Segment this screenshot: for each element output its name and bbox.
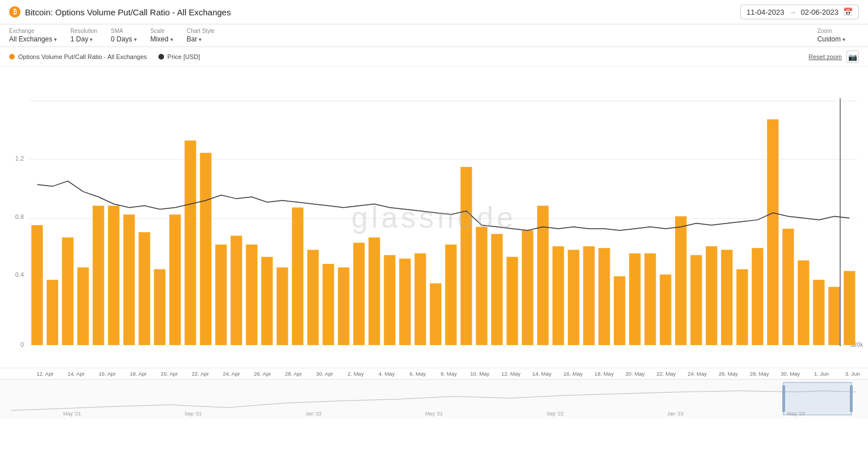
svg-text:0.8: 0.8 (15, 213, 24, 220)
bar (782, 229, 794, 345)
black-dot-icon (158, 54, 164, 60)
bar (752, 248, 763, 345)
svg-text:1.2: 1.2 (15, 155, 24, 162)
reset-zoom-area: Reset zoom 📷 (808, 51, 859, 63)
orange-dot-icon (9, 54, 15, 60)
x-axis-label: 1. Jun (806, 371, 837, 377)
legend-item-price: Price [USD] (158, 53, 200, 60)
x-axis-label: 28. May (744, 371, 775, 377)
bar (139, 232, 150, 345)
calendar-icon: 📅 (843, 7, 853, 16)
x-axis-label: 22. Apr (185, 371, 216, 377)
resolution-label: Resolution (70, 28, 97, 34)
bar (721, 250, 732, 345)
x-axis-label: 24. May (682, 371, 713, 377)
x-axis-label: 14. May (526, 371, 557, 377)
bar (261, 257, 272, 345)
bar (522, 230, 533, 345)
bar (169, 215, 181, 345)
mini-chart-label: Sep '22 (547, 411, 564, 417)
bar (828, 287, 840, 345)
x-axis-label: 18. May (589, 371, 620, 377)
scale-control[interactable]: Scale Mixed ▾ (150, 28, 173, 43)
bar (123, 215, 135, 345)
legend-bar: Options Volume Put/Call Ratio - All Exch… (0, 47, 868, 67)
bar (62, 237, 73, 345)
scale-chevron: ▾ (170, 36, 173, 43)
bar (154, 269, 165, 345)
exchange-chevron: ▾ (54, 36, 57, 43)
zoom-control[interactable]: Zoom Custom ▾ (817, 28, 845, 43)
camera-button[interactable]: 📷 (846, 51, 859, 63)
bar (77, 267, 89, 345)
bar (368, 237, 380, 345)
reset-zoom-button[interactable]: Reset zoom (808, 53, 842, 60)
mini-chart-label: Jan '22 (305, 411, 322, 417)
svg-rect-12 (850, 385, 853, 412)
mini-chart-label: May '23 (787, 411, 805, 417)
chart-style-control[interactable]: Chart Style Bar ▾ (187, 28, 215, 43)
bar (798, 260, 809, 345)
chart-style-value[interactable]: Bar ▾ (187, 35, 215, 43)
bar (690, 255, 702, 345)
bar (767, 119, 778, 345)
bar (598, 248, 610, 345)
bar (108, 206, 119, 345)
x-axis-label: 24. Apr (216, 371, 247, 377)
bar (430, 283, 441, 345)
x-axis-label: 16. May (557, 371, 589, 377)
svg-text:0: 0 (20, 341, 24, 348)
chart-svg: 1.2 0.8 0.4 0 $20k (0, 67, 868, 368)
zoom-label: Zoom (817, 28, 845, 34)
exchange-value[interactable]: All Exchanges ▾ (9, 35, 57, 43)
svg-rect-11 (782, 385, 785, 412)
x-axis-label: 8. May (433, 371, 464, 377)
x-axis-label: 14. Apr (61, 371, 92, 377)
date-range-picker[interactable]: 11-04-2023 → 02-06-2023 📅 (740, 5, 859, 19)
svg-rect-10 (783, 382, 852, 415)
bar (629, 253, 640, 345)
bar (338, 267, 349, 345)
scale-value[interactable]: Mixed ▾ (150, 35, 173, 43)
controls-bar: Exchange All Exchanges ▾ Resolution 1 Da… (0, 24, 868, 47)
title-area: ₿ Bitcoin: Options Volume Put/Call Ratio… (9, 6, 231, 18)
sma-control[interactable]: SMA 0 Days ▾ (111, 28, 136, 43)
bar (384, 255, 395, 345)
exchange-control[interactable]: Exchange All Exchanges ▾ (9, 28, 57, 43)
mini-chart-label: May '21 (63, 411, 81, 417)
resolution-value[interactable]: 1 Day ▾ (70, 35, 97, 43)
bar (445, 245, 456, 345)
resolution-control[interactable]: Resolution 1 Day ▾ (70, 28, 97, 43)
bar (660, 275, 671, 345)
date-arrow: → (789, 8, 796, 16)
bar (322, 264, 334, 345)
bar (200, 153, 211, 345)
x-axis-label: 12. Apr (30, 371, 61, 377)
zoom-value[interactable]: Custom ▾ (817, 35, 845, 43)
chart-style-label: Chart Style (187, 28, 215, 34)
x-axis-label: 12. May (496, 371, 527, 377)
sma-value[interactable]: 0 Days ▾ (111, 35, 136, 43)
x-axis-label: 28. Apr (278, 371, 309, 377)
x-axis-label: 2. May (340, 371, 371, 377)
x-axis-label: 20. Apr (154, 371, 185, 377)
bar (184, 141, 196, 345)
bar (47, 280, 58, 345)
bar (583, 246, 594, 345)
page-header: ₿ Bitcoin: Options Volume Put/Call Ratio… (0, 0, 868, 24)
bar (460, 167, 472, 345)
bar (276, 267, 288, 345)
bar (614, 276, 625, 345)
x-axis-label: 26. Apr (247, 371, 278, 377)
bar (552, 246, 564, 345)
bar (353, 243, 364, 345)
x-axis-label: 22. May (651, 371, 682, 377)
mini-chart-area[interactable]: May '21Sep '21Jan '22May '22Sep '22Jan '… (0, 379, 868, 419)
x-axis-label: 26. May (712, 371, 744, 377)
x-axis-label: 3. Jun (837, 371, 868, 377)
bar (491, 234, 502, 345)
bar (568, 250, 579, 345)
bar (292, 208, 303, 345)
x-axis-labels: 12. Apr14. Apr16. Apr18. Apr20. Apr22. A… (0, 368, 868, 379)
bar (506, 257, 518, 345)
